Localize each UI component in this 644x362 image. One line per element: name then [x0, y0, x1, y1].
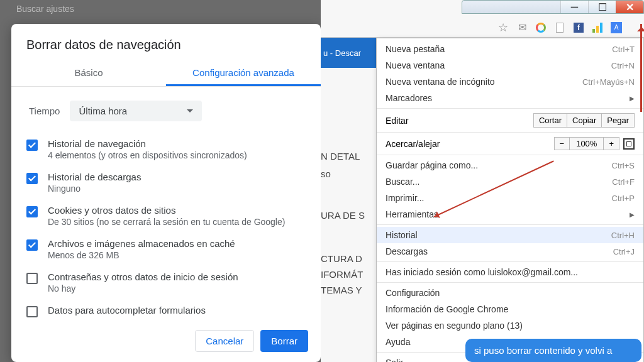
page-text-fragment: CTURA D — [321, 253, 362, 264]
tab-advanced[interactable]: Configuración avanzada — [166, 58, 321, 86]
menu-signed-in[interactable]: Has iniciado sesión como luislokox@gmail… — [377, 264, 643, 280]
page-header-fragment: u - Descar — [321, 38, 376, 68]
time-range-value: Última hora — [79, 106, 127, 116]
chrome-main-menu: Nueva pestañaCtrl+T Nueva ventanaCtrl+N … — [376, 38, 644, 362]
menu-separator — [377, 155, 643, 155]
star-icon[interactable]: ☆ — [497, 21, 509, 34]
window-titlebar: ─ ☐ ✕ — [462, 0, 644, 14]
chevron-right-icon: ▶ — [630, 95, 635, 102]
browser-toolbar: ☆ ✉ f A — [321, 18, 644, 38]
cancel-button[interactable]: Cancelar — [195, 330, 254, 352]
checkbox-cookies[interactable] — [26, 206, 38, 217]
extension-circle-icon[interactable] — [535, 21, 547, 34]
chat-bubble: si puso borrar contenido y volvi a — [465, 339, 641, 362]
fullscreen-button[interactable] — [623, 138, 635, 150]
clear-data-button[interactable]: Borrar — [260, 330, 308, 352]
list-item: Contraseñas y otros datos de inicio de s… — [26, 266, 306, 299]
menu-new-tab[interactable]: Nueva pestañaCtrl+T — [377, 41, 643, 57]
page-text-fragment: TEMAS Y — [321, 285, 362, 295]
checkbox-browsing-history[interactable] — [26, 140, 38, 151]
menu-separator — [377, 261, 643, 262]
chevron-right-icon: ▶ — [630, 211, 635, 218]
annotation-arrow-icon — [640, 24, 642, 112]
menu-separator — [377, 132, 643, 133]
facebook-icon[interactable]: f — [572, 21, 585, 34]
zoom-out-button[interactable]: − — [554, 137, 570, 150]
checkbox-passwords[interactable] — [26, 273, 38, 284]
page-text-fragment: URA DE S — [321, 210, 365, 221]
cut-button[interactable]: Cortar — [533, 113, 567, 128]
paste-button[interactable]: Pegar — [601, 113, 635, 128]
menu-separator — [377, 108, 643, 109]
zoom-in-button[interactable]: + — [603, 137, 619, 150]
menu-edit-row: Editar Cortar Copiar Pegar — [377, 111, 643, 130]
document-icon[interactable] — [553, 21, 566, 34]
menu-bookmarks[interactable]: Marcadores▶ — [377, 90, 643, 106]
page-text-fragment: N DETAL — [321, 151, 360, 162]
page-text-fragment: so — [321, 168, 331, 179]
menu-incognito[interactable]: Nueva ventana de incógnitoCtrl+Mayús+N — [377, 74, 643, 90]
menu-separator — [377, 282, 643, 283]
data-type-list: Historial de navegación4 elementos (y ot… — [11, 128, 321, 323]
search-settings-placeholder: Buscar ajustes — [16, 4, 74, 14]
copy-button[interactable]: Copiar — [567, 113, 602, 128]
menu-separator — [377, 224, 643, 225]
page-text-fragment: IFORMÁT — [321, 269, 364, 280]
checkbox-download-history[interactable] — [26, 173, 38, 184]
window-close-button[interactable]: ✕ — [616, 1, 643, 13]
menu-about[interactable]: Información de Google Chrome — [377, 301, 643, 317]
list-item: Archivos e imágenes almacenados en caché… — [26, 233, 306, 266]
menu-zoom-row: Acercar/alejar − 100% + — [377, 134, 643, 153]
menu-new-window[interactable]: Nueva ventanaCtrl+N — [377, 57, 643, 74]
list-item: Historial de navegación4 elementos (y ot… — [26, 133, 306, 166]
menu-settings[interactable]: Configuración — [377, 285, 643, 301]
menu-print[interactable]: Imprimir...Ctrl+P — [377, 190, 643, 206]
translate-icon[interactable]: A — [610, 21, 623, 34]
menu-background-pages[interactable]: Ver páginas en segundo plano (13) — [377, 317, 643, 334]
window-maximize-button[interactable]: ☐ — [588, 1, 616, 13]
list-item: Cookies y otros datos de sitiosDe 30 sit… — [26, 199, 306, 233]
dialog-tabs: Básico Configuración avanzada — [11, 58, 321, 87]
menu-save-as[interactable]: Guardar página como...Ctrl+S — [377, 157, 643, 173]
clear-browsing-data-dialog: Borrar datos de navegación Básico Config… — [11, 24, 321, 362]
window-minimize-button[interactable]: ─ — [560, 1, 588, 13]
menu-tools[interactable]: Herramientas▶ — [377, 206, 643, 222]
checkbox-cache[interactable] — [26, 239, 38, 251]
zoom-value: 100% — [569, 137, 604, 150]
mail-icon[interactable]: ✉ — [516, 21, 528, 34]
chevron-down-icon — [187, 109, 193, 112]
time-range-label: Tiempo — [29, 106, 60, 116]
tab-basic[interactable]: Básico — [11, 58, 166, 86]
menu-history[interactable]: HistorialCtrl+H — [377, 227, 643, 243]
list-item: Historial de descargasNinguno — [26, 166, 306, 199]
bars-icon[interactable] — [591, 21, 604, 34]
menu-downloads[interactable]: DescargasCtrl+J — [377, 243, 643, 260]
checkbox-autofill[interactable] — [26, 306, 38, 317]
dialog-title: Borrar datos de navegación — [11, 24, 321, 58]
time-range-select[interactable]: Última hora — [70, 101, 202, 121]
